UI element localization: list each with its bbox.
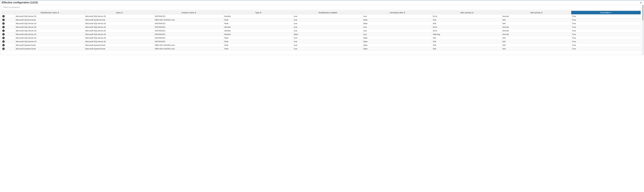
cell-type: Monitor (224, 15, 293, 18)
scrollbar[interactable] (642, 5, 644, 55)
table-row[interactable]: Microsoft.SystemCenteMicrosoft.SystemCen… (2, 43, 641, 47)
cell-overridden: True (571, 43, 641, 47)
col-enabled[interactable]: Rule/Monitor enabled (293, 11, 362, 15)
cell-priority: N/A (502, 40, 571, 43)
sort-icon (195, 12, 196, 14)
cell-severity: N/A (432, 47, 502, 51)
table-row[interactable]: Microsoft.SQLServer.20Microsoft.SQLServe… (2, 22, 641, 25)
scrollbar-thumb[interactable] (642, 5, 644, 21)
cell-overridden: True (571, 29, 641, 33)
expand-cell[interactable] (2, 22, 15, 25)
chevron-right-icon[interactable] (2, 22, 5, 25)
cell-severity: Error (432, 29, 502, 33)
table-row[interactable]: Microsoft.SystemCenteMicrosoft.SystemCen… (2, 47, 641, 51)
cell-overridden: True (571, 33, 641, 36)
table-row[interactable]: Microsoft.SQLServer.20Microsoft.SQLServe… (2, 15, 641, 18)
expand-cell[interactable] (2, 25, 15, 29)
col-instance[interactable]: Instance name (154, 11, 224, 15)
cell-instance: INSTANCE1 (154, 29, 224, 33)
expand-cell[interactable] (2, 36, 15, 40)
filter-input[interactable] (2, 5, 641, 10)
cell-overridden: True (571, 25, 641, 29)
col-class[interactable]: Class (84, 11, 154, 15)
cell-generates-alert: false (362, 47, 432, 51)
col-generates-alert[interactable]: Generates alert (362, 11, 432, 15)
col-instance-label: Instance name (182, 12, 194, 14)
cell-severity: Warning (432, 33, 502, 36)
chevron-right-icon[interactable] (2, 44, 5, 46)
cell-severity: Error (432, 25, 502, 29)
sort-icon (472, 12, 474, 14)
cell-instance: INSTANCE1 (154, 33, 224, 36)
table-row[interactable]: Microsoft.SQLServer.20Microsoft.SQLServe… (2, 33, 641, 36)
table-row[interactable]: Microsoft.SQLServer.20Microsoft.SQLServe… (2, 36, 641, 40)
expand-cell[interactable] (2, 47, 15, 51)
col-severity[interactable]: Alert severity (432, 11, 502, 15)
cell-class: Microsoft.SystemCente (84, 47, 154, 51)
cell-severity: N/A (432, 36, 502, 40)
expand-cell[interactable] (2, 29, 15, 33)
cell-priority: N/A (502, 18, 571, 22)
cell-enabled: true (293, 15, 362, 18)
cell-enabled: true (293, 22, 362, 25)
cell-enabled: true (293, 18, 362, 22)
col-type[interactable]: Type (224, 11, 293, 15)
cell-severity: N/A (432, 40, 502, 43)
cell-class: Microsoft.SQLServer.20 (84, 36, 154, 40)
chevron-right-icon[interactable] (2, 48, 5, 50)
cell-name: Microsoft.SystemCente (15, 47, 84, 51)
cell-generates-alert: true (362, 33, 432, 36)
cell-priority: Normal (502, 15, 571, 18)
chevron-right-icon[interactable] (2, 40, 5, 43)
cell-priority: N/A (502, 22, 571, 25)
cell-priority: Normal (502, 25, 571, 29)
cell-name: Microsoft.SQLServer.20 (15, 15, 84, 18)
cell-name: Microsoft.SystemCente (15, 43, 84, 47)
chevron-right-icon[interactable] (2, 30, 5, 32)
cell-severity: N/A (432, 22, 502, 25)
cell-enabled: true (293, 36, 362, 40)
cell-name: Microsoft.SQLServer.20 (15, 25, 84, 29)
table-header-row: Rule/Monitor name Class Instance name Ty… (2, 11, 641, 15)
expand-cell[interactable] (2, 18, 15, 22)
cell-type: Rule (224, 22, 293, 25)
cell-severity: N/A (432, 18, 502, 22)
chevron-right-icon[interactable] (2, 15, 5, 18)
table-row[interactable]: Microsoft.SQLServer.20Microsoft.SQLServe… (2, 29, 641, 33)
cell-enabled: true (293, 40, 362, 43)
cell-severity: Error (432, 15, 502, 18)
table-row[interactable]: Microsoft.SystemCenteMicrosoft.SystemCen… (2, 18, 641, 22)
cell-enabled: false (293, 33, 362, 36)
cell-name: Microsoft.SQLServer.20 (15, 36, 84, 40)
cell-name: Microsoft.SystemCente (15, 18, 84, 22)
chevron-right-icon[interactable] (2, 26, 5, 28)
chevron-right-icon[interactable] (2, 33, 5, 36)
col-name[interactable]: Rule/Monitor name (15, 11, 84, 15)
expand-cell[interactable] (2, 40, 15, 43)
sort-icon (58, 12, 59, 14)
cell-instance: NEB-OM-1542591.smx (154, 47, 224, 51)
cell-enabled: true (293, 47, 362, 51)
col-priority[interactable]: Alert priority (502, 11, 571, 15)
col-overridden[interactable]: Overridden (571, 11, 641, 15)
table-row[interactable]: Microsoft.SQLServer.20Microsoft.SQLServe… (2, 25, 641, 29)
cell-enabled: true (293, 29, 362, 33)
expand-cell[interactable] (2, 15, 15, 18)
cell-priority: Normal (502, 29, 571, 33)
effective-configuration-panel: Effective configuration (1215) Rule/Moni… (0, 0, 644, 55)
col-class-label: Class (116, 12, 121, 14)
expand-cell[interactable] (2, 33, 15, 36)
refresh-icon (640, 2, 642, 4)
expand-cell[interactable] (2, 43, 15, 47)
cell-priority: N/A (502, 47, 571, 51)
cell-name: Microsoft.SQLServer.20 (15, 40, 84, 43)
cell-type: Monitor (224, 29, 293, 33)
chevron-right-icon[interactable] (2, 37, 5, 39)
table-row[interactable]: Microsoft.SQLServer.20Microsoft.SQLServe… (2, 40, 641, 43)
cell-severity: N/A (432, 43, 502, 47)
cell-generates-alert: true (362, 15, 432, 18)
cell-overridden: True (571, 18, 641, 22)
refresh-button[interactable] (640, 1, 642, 4)
cell-generates-alert: false (362, 18, 432, 22)
chevron-right-icon[interactable] (2, 19, 5, 21)
